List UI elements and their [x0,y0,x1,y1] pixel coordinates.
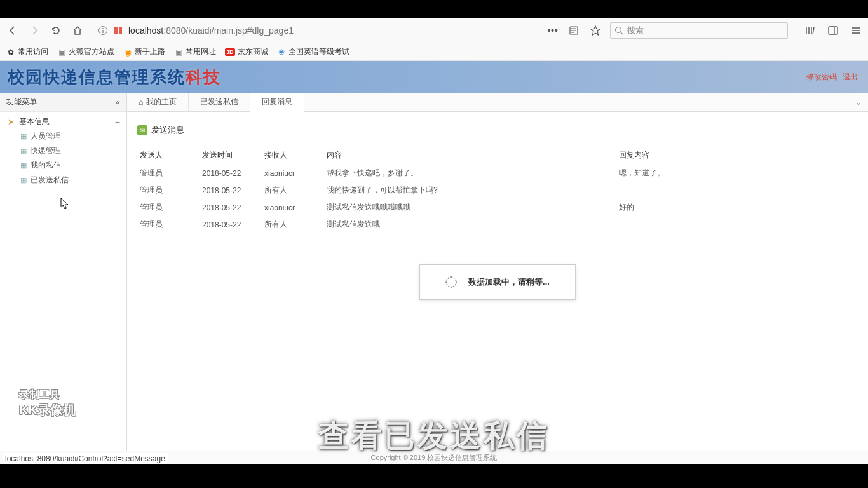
table-row[interactable]: 管理员 2018-05-22 所有人 测试私信发送哦 [137,216,858,233]
app-header: 校园快递信息管理系统科技 修改密码 退出 [0,61,868,93]
folder-icon: ▣ [57,48,66,57]
svg-rect-7 [829,27,837,34]
folder-icon: ▣ [174,48,183,57]
firefox-icon: ◉ [123,48,132,57]
reload-button[interactable] [50,24,62,37]
col-recv: 接收人 [262,146,324,165]
extension-icon[interactable] [113,25,123,36]
bookmark-newbie[interactable]: ◉新手上路 [123,46,165,57]
minus-icon[interactable]: − [115,117,120,127]
bookmarks-bar: ✿常用访问 ▣火狐官方站点 ◉新手上路 ▣常用网址 JD京东商城 ❀全国英语等级… [0,43,868,61]
browser-toolbar: localhost:8080/kuaidi/main.jsp#dlg_page1… [0,18,868,43]
paw-icon: ❀ [277,48,286,57]
svg-rect-2 [102,30,103,33]
bookmark-common[interactable]: ▣常用网址 [174,46,216,57]
tabs: ⌂我的主页 已发送私信 回复消息 ⌄ [127,93,868,112]
table-row[interactable]: 管理员 2018-05-22 xiaoniucr 测试私信发送哦哦哦哦哦 好的 [137,199,858,216]
url-text: localhost:8080/kuaidi/main.jsp#dlg_page1 [128,25,294,36]
url-actions: ••• [547,25,601,36]
content: ✉ 发送消息 发送人 发送时间 接收人 内容 回复内容 [127,112,868,451]
sidebar-title: 功能菜单 [6,97,37,107]
tab-sent[interactable]: 已发送私信 [189,93,250,111]
bookmark-firefox[interactable]: ▣火狐官方站点 [57,46,114,57]
home-icon: ⌂ [139,98,143,107]
col-sender: 发送人 [137,146,200,165]
collapse-icon[interactable]: « [116,98,120,107]
main: ⌂我的主页 已发送私信 回复消息 ⌄ ✉ 发送消息 发送人 发送时间 接收人 [127,93,868,451]
change-password-link[interactable]: 修改密码 [806,72,837,81]
panel-title: ✉ 发送消息 [137,125,858,136]
table-row[interactable]: 管理员 2018-05-22 所有人 我的快递到了，可以帮忙拿下吗? [137,182,858,199]
bookmark-cet[interactable]: ❀全国英语等级考试 [277,46,349,57]
table-row[interactable]: 管理员 2018-05-22 xiaoniucr 帮我拿下快递吧，多谢了。 嗯，… [137,165,858,182]
header-links: 修改密码 退出 [803,72,858,83]
back-button[interactable] [6,24,19,37]
spinner-icon [445,276,457,288]
bookmark-frequent[interactable]: ✿常用访问 [6,46,48,57]
bookmark-jd[interactable]: JD京东商城 [225,46,268,57]
url-bar[interactable]: localhost:8080/kuaidi/main.jsp#dlg_page1 [93,22,538,39]
home-button[interactable] [71,24,84,37]
col-content: 内容 [324,146,616,165]
bookmark-star-icon[interactable] [590,25,601,36]
library-icon[interactable] [804,25,816,36]
svg-rect-4 [119,27,122,34]
folder-open-icon: ➤ [6,118,15,126]
more-actions-icon[interactable]: ••• [547,25,558,36]
sidebar-header: 功能菜单 « [0,93,126,112]
reader-icon[interactable] [568,25,580,36]
doc-icon: ▦ [20,176,27,184]
app-title: 校园快递信息管理系统科技 [8,66,221,88]
logout-link[interactable]: 退出 [843,72,858,81]
col-reply: 回复内容 [616,146,858,165]
tab-reply[interactable]: 回复消息 [250,93,304,112]
loading-toast: 数据加载中，请稍等... [419,264,576,300]
menu-icon[interactable] [850,25,862,36]
sidebar-item-personnel[interactable]: ▦人员管理 [0,129,126,144]
sidebar-item-sent-messages[interactable]: ▦已发送私信 [0,173,126,187]
info-icon[interactable] [98,25,108,36]
search-placeholder: 搜索 [627,25,644,36]
doc-icon: ▦ [20,132,27,140]
tabs-more-icon[interactable]: ⌄ [849,98,868,107]
sidebar-item-express[interactable]: ▦快递管理 [0,144,126,158]
doc-icon: ▦ [20,161,27,170]
sidebar: 功能菜单 « ➤ 基本信息 − ▦人员管理 ▦快递管理 ▦我的私信 ▦已发送私信 [0,93,127,451]
col-time: 发送时间 [200,146,262,165]
star-icon: ✿ [6,48,15,57]
search-box[interactable]: 搜索 [610,22,788,39]
tree-group-label: 基本信息 [19,116,50,127]
sidebar-icon[interactable] [827,25,839,36]
doc-icon: ▦ [20,147,27,155]
sidebar-item-my-messages[interactable]: ▦我的私信 [0,158,126,173]
status-bar: localhost:8080/kuaidi/Control?act=sedMes… [3,453,168,464]
table-header-row: 发送人 发送时间 接收人 内容 回复内容 [137,146,858,165]
message-icon: ✉ [137,125,147,135]
svg-rect-3 [114,27,118,34]
svg-point-1 [102,28,104,29]
jd-icon: JD [225,48,235,56]
forward-button[interactable] [28,24,41,37]
tree-group-basic[interactable]: ➤ 基本信息 − [0,114,126,129]
tab-home[interactable]: ⌂我的主页 [127,93,189,111]
svg-point-6 [616,27,621,32]
search-icon [614,26,623,35]
messages-table: 发送人 发送时间 接收人 内容 回复内容 管理员 2018-05-22 xiao… [137,146,858,233]
loading-text: 数据加载中，请稍等... [468,276,550,288]
